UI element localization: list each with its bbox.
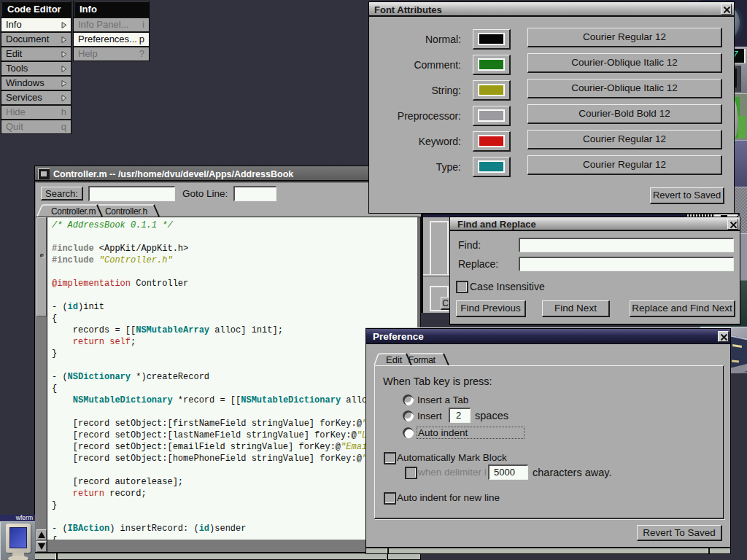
svg-text:Edit: Edit bbox=[386, 354, 403, 365]
svg-text:Controller.m: Controller.m bbox=[51, 206, 96, 217]
svg-text:Controller.h: Controller.h bbox=[105, 206, 147, 217]
svg-text:Format: Format bbox=[409, 355, 436, 365]
